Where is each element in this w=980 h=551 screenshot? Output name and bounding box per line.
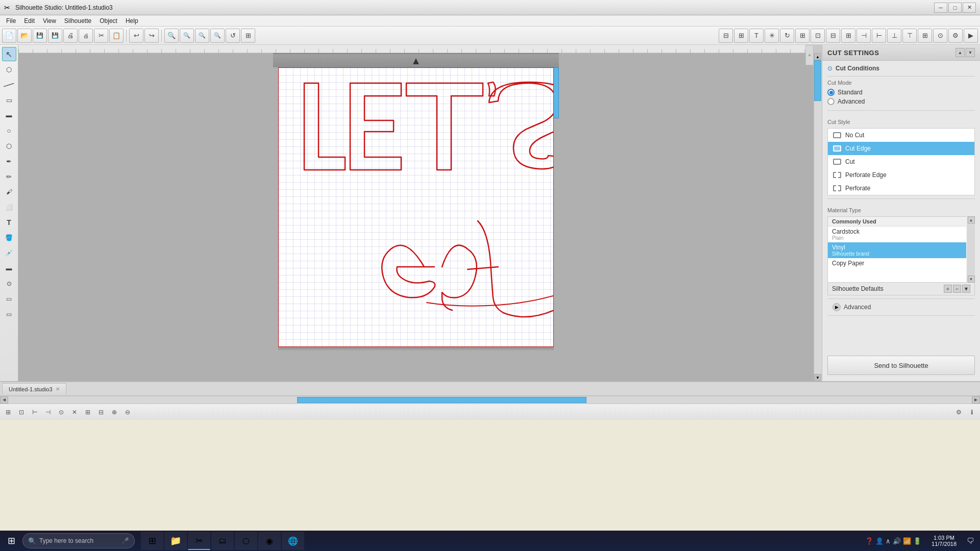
zoom-fit-button[interactable]: 🔍	[164, 29, 179, 43]
tool-btn13[interactable]: ⊙	[933, 29, 947, 43]
tray-help-icon[interactable]: ❓	[865, 537, 873, 545]
tray-sound-icon[interactable]: 🔊	[893, 537, 901, 545]
tool-rounded-rect[interactable]: ▬	[2, 108, 16, 122]
tab-untitled[interactable]: Untitled-1.studio3 ✕	[2, 383, 66, 394]
tool-select[interactable]: ↖	[2, 47, 16, 61]
save-button[interactable]: 💾	[33, 29, 47, 43]
tool-btn2[interactable]: ✳	[765, 29, 779, 43]
material-cardstock[interactable]: Cardstock Plain	[828, 227, 966, 242]
tool-btn4[interactable]: ⊞	[795, 29, 810, 43]
panel-up-btn[interactable]: ▲	[955, 48, 965, 57]
tool-ellipse[interactable]: ○	[2, 123, 16, 138]
system-clock[interactable]: 1:03 PM 11/7/2018	[927, 535, 961, 547]
tool-panel4[interactable]: ▭	[2, 307, 16, 321]
tray-network-icon[interactable]: 📶	[903, 537, 911, 545]
save-as-button[interactable]: 💾	[48, 29, 62, 43]
zoom-sel-button[interactable]: 🔍	[210, 29, 225, 43]
tray-battery-icon[interactable]: 🔋	[913, 537, 921, 545]
menu-view[interactable]: View	[39, 16, 60, 26]
material-add-btn[interactable]: +	[944, 285, 952, 293]
settings-icon-btn[interactable]: ⚙	[952, 406, 965, 418]
taskbar-app-5[interactable]: ⬡	[235, 532, 257, 550]
grid-button[interactable]: ⊞	[241, 29, 255, 43]
bottom-btn-5[interactable]: ⊙	[55, 406, 67, 418]
panel-down-btn[interactable]: ▼	[966, 48, 975, 57]
bottom-btn-8[interactable]: ⊟	[95, 406, 107, 418]
info-icon-btn[interactable]: ℹ	[966, 406, 978, 418]
hscroll-right[interactable]: ▶	[972, 396, 980, 404]
cut-style-cut-edge[interactable]: Cut Edge	[828, 142, 974, 155]
tool-btn3[interactable]: ↻	[780, 29, 794, 43]
more-btn[interactable]: ▶	[964, 29, 978, 43]
tool-line[interactable]: ╱	[0, 74, 19, 95]
minimize-button[interactable]: ─	[934, 3, 947, 13]
cut-style-cut[interactable]: Cut	[828, 155, 974, 168]
scrollbar-vertical[interactable]: ▲ ▼	[814, 53, 822, 381]
tool-text[interactable]: T	[2, 215, 16, 230]
tool-eyedropper[interactable]: 💉	[2, 246, 16, 260]
taskbar-app-silhouette[interactable]: ✂	[188, 532, 210, 550]
tool-brush[interactable]: 🖌	[2, 185, 16, 199]
align-left-btn[interactable]: ⊟	[719, 29, 733, 43]
maximize-button[interactable]: □	[948, 3, 962, 13]
tool-panel1[interactable]: ▬	[2, 261, 16, 276]
taskbar-app-excel[interactable]: 🗂	[211, 532, 234, 550]
tray-user-icon[interactable]: 👤	[875, 537, 884, 545]
taskbar-app-browser[interactable]: 🌐	[282, 532, 304, 550]
cut-style-no-cut[interactable]: No Cut	[828, 129, 974, 142]
radio-standard-circle[interactable]	[827, 89, 835, 96]
radio-advanced-circle[interactable]	[827, 98, 835, 105]
menu-edit[interactable]: Edit	[20, 16, 39, 26]
tab-close-icon[interactable]: ✕	[56, 386, 60, 392]
print2-button[interactable]: 🖨	[79, 29, 93, 43]
taskbar-app-taskview[interactable]: ⊞	[141, 532, 163, 550]
hscroll-track[interactable]	[8, 397, 972, 403]
print-button[interactable]: 🖨	[63, 29, 78, 43]
close-button[interactable]: ✕	[963, 3, 976, 13]
bottom-btn-1[interactable]: ⊞	[2, 406, 14, 418]
taskbar-app-chrome[interactable]: ◉	[258, 532, 281, 550]
tool-btn7[interactable]: ⊞	[841, 29, 855, 43]
microphone-icon[interactable]: 🎤	[121, 537, 129, 544]
tool-btn11[interactable]: ⊤	[902, 29, 917, 43]
tool-btn10[interactable]: ⊥	[887, 29, 901, 43]
radio-advanced-row[interactable]: Advanced	[827, 98, 975, 105]
bottom-btn-10[interactable]: ⊖	[121, 406, 134, 418]
hscroll-left[interactable]: ◀	[0, 396, 8, 404]
open-button[interactable]: 📂	[17, 29, 32, 43]
material-scrollbar[interactable]: ▲ ▼	[967, 216, 975, 283]
tray-arrow-icon[interactable]: ∧	[886, 537, 891, 545]
new-button[interactable]: 📄	[2, 29, 16, 43]
tool-btn9[interactable]: ⊢	[872, 29, 886, 43]
material-remove-btn[interactable]: −	[953, 285, 961, 293]
tool-btn12[interactable]: ⊞	[918, 29, 932, 43]
tool-btn6[interactable]: ⊟	[826, 29, 840, 43]
start-button[interactable]: ⊞	[2, 532, 20, 550]
menu-silhouette[interactable]: Silhouette	[60, 16, 95, 26]
notification-button[interactable]: 🗨	[963, 533, 978, 548]
copy-button[interactable]: 📋	[109, 29, 124, 43]
tool-pen[interactable]: ✒	[2, 154, 16, 168]
bottom-btn-2[interactable]: ⊡	[15, 406, 28, 418]
tool-btn8[interactable]: ⊣	[856, 29, 871, 43]
search-bar[interactable]: 🔍 Type here to search 🎤	[22, 533, 135, 548]
menu-help[interactable]: Help	[121, 16, 142, 26]
bottom-btn-3[interactable]: ⊢	[29, 406, 41, 418]
material-scroll-up[interactable]: ▲	[968, 216, 975, 223]
cut-style-perforate[interactable]: Perforate	[828, 182, 974, 195]
panel-collapse-btn[interactable]: »	[805, 45, 814, 65]
material-copy-paper[interactable]: Copy Paper	[828, 258, 966, 268]
cut-style-perforate-edge[interactable]: Perforate Edge	[828, 168, 974, 182]
taskbar-app-explorer[interactable]: 📁	[164, 532, 187, 550]
tool-rect[interactable]: ▭	[2, 93, 16, 107]
tool-eraser[interactable]: ⬜	[2, 200, 16, 214]
menu-object[interactable]: Object	[95, 16, 121, 26]
text-btn[interactable]: T	[749, 29, 764, 43]
cut-conditions-header[interactable]: ⊙ Cut Conditions	[827, 65, 975, 72]
send-to-silhouette-button[interactable]: Send to Silhouette	[827, 356, 975, 375]
canvas-content[interactable]: ▲	[18, 53, 814, 381]
bottom-btn-4[interactable]: ⊣	[42, 406, 54, 418]
redo-button[interactable]: ↪	[144, 29, 159, 43]
bottom-btn-7[interactable]: ⊞	[82, 406, 94, 418]
settings-btn[interactable]: ⚙	[948, 29, 963, 43]
